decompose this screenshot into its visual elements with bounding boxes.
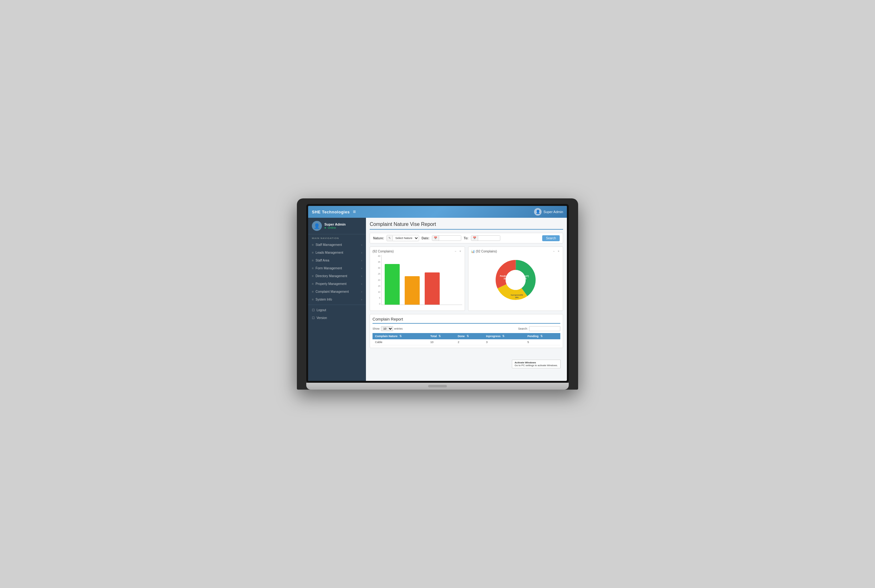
date-to-wrap: 📅 <box>471 235 500 241</box>
windows-activate-watermark: Activate Windows Go to PC settings to ac… <box>512 360 561 368</box>
date-from-input[interactable] <box>439 236 461 241</box>
bar-chart-controls: − × <box>454 249 462 253</box>
sidebar-item-logout[interactable]: ☐ Logout <box>308 306 366 314</box>
bar-chart-area: 40 35 30 25 20 15 10 5 0 <box>372 255 462 308</box>
cell-inprogress: 3 <box>483 339 525 345</box>
bar-chart-header: (92 Complains) − × <box>372 249 462 253</box>
bar-chart-title: (92 Complains) <box>372 250 394 253</box>
done-pct: 40% <box>522 278 527 280</box>
nav-list-icon: ≡ <box>312 298 314 301</box>
nav-list-icon: ≡ <box>312 251 314 254</box>
nav-item-label: Property Management <box>316 282 347 286</box>
cell-total: 10 <box>428 339 455 345</box>
donut-chart-controls: − × <box>552 249 560 253</box>
nav-list-icon: ≡ <box>312 274 314 278</box>
pending-pct: 32% <box>503 278 507 280</box>
bar-pending <box>425 273 440 304</box>
sort-icon-total[interactable]: ⇅ <box>438 334 441 338</box>
cell-nature: Cable <box>372 339 428 345</box>
nav-list-icon: ≡ <box>312 259 314 262</box>
sidebar-profile: 👤 Super Admin ● Online <box>308 218 366 234</box>
sort-icon-inprogress[interactable]: ⇅ <box>502 334 505 338</box>
sidebar-item-version[interactable]: ☐ Version <box>308 314 366 322</box>
pending-label: Pending(29) <box>500 275 511 278</box>
sidebar-item-property-management[interactable]: ≡ Property Management › <box>308 280 366 288</box>
sidebar-item-leads-management[interactable]: ≡ Leads Management › <box>308 249 366 256</box>
nav-item-label: Form Management <box>316 267 342 270</box>
donut-center <box>506 270 525 290</box>
sort-icon-pending[interactable]: ⇅ <box>540 334 543 338</box>
entries-select[interactable]: 10 25 50 <box>381 326 393 331</box>
done-label: Done(37) <box>520 275 529 278</box>
search-label: Search: <box>518 327 528 330</box>
top-bar: SHE Technologies ≡ 👤 Super Admin <box>308 206 567 218</box>
donut-chart-header: 📊 (92 Complains) − × <box>471 249 561 253</box>
col-pending: Pending ⇅ <box>525 333 560 339</box>
sidebar-item-staff-area[interactable]: ≡ Staff Area › <box>308 256 366 264</box>
nature-select[interactable]: Select Nature <box>393 235 419 241</box>
nav-list-icon: ≡ <box>312 290 314 293</box>
activate-title: Activate Windows <box>515 361 558 364</box>
nature-label: Nature: <box>373 237 384 240</box>
col-total: Total ⇅ <box>428 333 455 339</box>
page-title: Complaint Nature Vise Report <box>370 222 563 230</box>
nature-select-wrap: ✎ Select Nature <box>387 235 419 241</box>
bar-chart-close-btn[interactable]: × <box>458 249 462 253</box>
screen-bezel: SHE Technologies ≡ 👤 Super Admin 👤 Super… <box>306 204 569 383</box>
calendar-icon-to: 📅 <box>471 236 478 241</box>
profile-avatar: 👤 <box>312 221 322 231</box>
chevron-right-icon: › <box>361 290 362 293</box>
col-inprogress: Inprogress ⇅ <box>483 333 525 339</box>
donut-chart-minimize-btn[interactable]: − <box>552 249 555 253</box>
sort-icon-nature[interactable]: ⇅ <box>399 334 402 338</box>
col-done: Done ⇅ <box>455 333 484 339</box>
col-complain-nature: Complain Nature ⇅ <box>372 333 428 339</box>
sidebar-item-complaint-management[interactable]: ≡ Complaint Management › <box>308 288 366 296</box>
profile-status: ● Online <box>324 226 346 230</box>
nav-item-label: Leads Management <box>316 251 343 254</box>
search-button[interactable]: Search <box>542 235 560 241</box>
filter-bar: Nature: ✎ Select Nature Date: 📅 To <box>370 233 563 243</box>
donut-chart-title: (92 Complains) <box>476 250 497 253</box>
date-to-input[interactable] <box>478 236 500 241</box>
cell-pending: 5 <box>525 339 560 345</box>
cell-done: 2 <box>455 339 484 345</box>
sidebar-item-staff-management[interactable]: ≡ Staff Mamagement › <box>308 241 366 249</box>
bar-chart-minimize-btn[interactable]: − <box>454 249 457 253</box>
show-label: Show <box>372 327 380 330</box>
user-name: Super Admin <box>543 210 563 214</box>
menu-icon[interactable]: ≡ <box>353 209 356 214</box>
donut-chart-card: 📊 (92 Complains) − × <box>468 246 563 311</box>
nav-section-label: MAIN NAVIGATION <box>308 234 366 241</box>
chevron-right-icon: › <box>361 298 362 301</box>
sidebar-item-system-info[interactable]: ≡ System Info › <box>308 296 366 303</box>
sidebar-item-directory-management[interactable]: ≡ Directory Management › <box>308 272 366 280</box>
sidebar-item-form-management[interactable]: ≡ Form Management › <box>308 264 366 272</box>
donut-svg: Done(37) 40% Inprogress(26) 28% Pending(… <box>491 255 540 305</box>
donut-chart-close-btn[interactable]: × <box>557 249 560 253</box>
table-section-title: Complain Report <box>372 317 560 324</box>
chevron-right-icon: › <box>361 243 362 246</box>
chevron-right-icon: › <box>361 267 362 270</box>
trackpad-notch <box>428 385 447 387</box>
top-bar-user: 👤 Super Admin <box>534 208 563 216</box>
laptop-base <box>306 383 569 390</box>
nav-item-label: Complaint Management <box>316 290 349 293</box>
chevron-right-icon: › <box>361 274 362 278</box>
nav-list-icon: ≡ <box>312 282 314 286</box>
chevron-right-icon: › <box>361 282 362 286</box>
table-show-entries: Show 10 25 50 entries <box>372 326 403 331</box>
inprogress-label: Inprogress(26) <box>510 294 523 296</box>
main-layout: 👤 Super Admin ● Online MAIN NAVIGATION <box>308 218 567 381</box>
profile-info: Super Admin ● Online <box>324 222 346 230</box>
complain-table: Complain Nature ⇅ Total ⇅ Done <box>372 333 560 345</box>
calendar-icon: 📅 <box>432 236 439 241</box>
version-label: Version <box>317 316 327 320</box>
to-label: To: <box>464 237 468 240</box>
nav-list-icon: ≡ <box>312 267 314 270</box>
screen: SHE Technologies ≡ 👤 Super Admin 👤 Super… <box>308 206 567 381</box>
sort-icon-done[interactable]: ⇅ <box>467 334 469 338</box>
table-search-wrap: Search: <box>518 326 560 331</box>
table-search-input[interactable] <box>529 326 560 331</box>
user-avatar: 👤 <box>534 208 542 216</box>
